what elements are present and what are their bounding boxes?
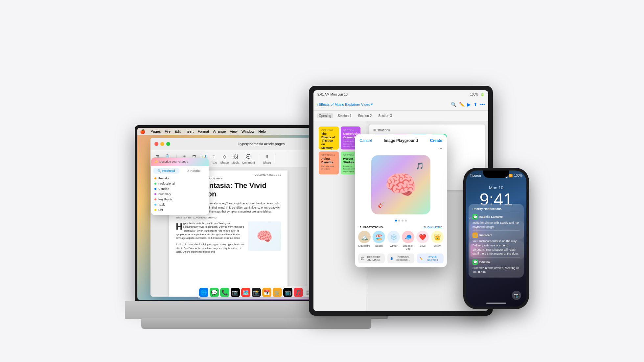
slide-card-opening[interactable]: Opening The Effects of 🎵Music on Memory … <box>319 126 339 149</box>
section-tab-2[interactable]: Section 2 <box>356 113 374 118</box>
rewrite-icon: ↺ <box>187 169 189 172</box>
toolbar-shape[interactable]: ◇ Shape <box>220 153 229 164</box>
menu-file[interactable]: File <box>165 129 171 133</box>
dot-list <box>154 209 156 211</box>
doc-illustration: 🧠 <box>248 221 281 251</box>
section-tab-opening[interactable]: Opening <box>317 113 333 118</box>
comment-label: Comment <box>242 161 255 164</box>
priority-notifications-card: Priority Notifications 💬 Isabella Lamarr… <box>469 204 524 278</box>
dock-photos[interactable]: 📷 <box>231 288 240 297</box>
dot-3 <box>402 220 403 222</box>
suggestion-baseball-cap[interactable]: 🧢 Baseball Cap <box>402 231 414 250</box>
menu-window[interactable]: Window <box>242 129 254 133</box>
section-tab-1[interactable]: Section 1 <box>336 113 354 118</box>
camera-icon: 📷 <box>512 291 521 300</box>
menu-pages[interactable]: Pages <box>150 129 161 133</box>
describe-image-btn[interactable]: 💬 DESCRIBE AN IMAGE <box>358 254 385 263</box>
dock-facetime[interactable]: 📞 <box>220 288 229 297</box>
option-label-professional: Professional <box>158 182 175 185</box>
menu-insert[interactable]: Insert <box>185 129 194 133</box>
modal-create-button[interactable]: Create <box>430 138 442 143</box>
minimize-button[interactable] <box>160 142 164 146</box>
instacart-icon: 🛒 <box>472 233 478 238</box>
ipad-status-time: 9:41 AM Mon Jun 10 <box>317 93 348 96</box>
traffic-lights <box>154 142 170 146</box>
suggestion-winter[interactable]: ❄️ Winter <box>387 231 400 250</box>
ai-option-list[interactable]: List <box>154 207 205 213</box>
menu-edit[interactable]: Edit <box>174 129 181 133</box>
suggestion-love[interactable]: ❤️ Love <box>416 231 429 250</box>
person-btn[interactable]: 👤 PERSON CHOOSE... <box>387 254 414 263</box>
priority-label: Priority Notifications <box>472 207 502 211</box>
sparkle-icon: ✨ <box>154 160 158 163</box>
iphone-body: Tiburon ▐▐▐ 🛜 100% Mon 10 9:41 <box>463 168 529 309</box>
menu-arrange[interactable]: Arrange <box>213 129 226 133</box>
dock-maps[interactable]: 🗺️ <box>241 288 250 297</box>
option-label-list: List <box>158 208 163 212</box>
ipad-app-bar: ‹ Effects of Music Explainer Video ▾ 🔍 ✏… <box>313 98 488 111</box>
doc-body2: yperphantasia is the condition of having… <box>176 222 244 239</box>
menubar-left: 🍎 Pages File Edit Insert Format Arrange … <box>140 129 266 134</box>
maximize-button[interactable] <box>166 142 170 146</box>
ai-option-friendly[interactable]: Friendly <box>154 176 205 181</box>
home-indicator <box>486 303 506 304</box>
menu-help[interactable]: Help <box>258 129 266 133</box>
ai-option-table[interactable]: Table <box>154 202 205 207</box>
iphone-screen: Tiburon ▐▐▐ 🛜 100% Mon 10 9:41 <box>466 170 526 306</box>
ipad-status-right: 100% 🔋 <box>470 93 484 96</box>
tab-proofread[interactable]: 🔍 Proofread <box>153 168 179 174</box>
mountains-icon: 🏔️ <box>358 231 371 243</box>
image-gen-modal: Cancel Image Playground Create ··· 🧠 🎵 <box>355 134 447 267</box>
dock-instacart[interactable]: 🛒 <box>273 288 282 297</box>
menu-view[interactable]: View <box>230 129 238 133</box>
show-more-button[interactable]: SHOW MORE <box>424 226 443 229</box>
dock-calendar[interactable]: 📅 <box>262 288 271 297</box>
dot-table <box>154 204 156 206</box>
slide-card-section4[interactable]: Section 4 Aging Benefits Can help older … <box>319 151 339 174</box>
dock-messages[interactable]: 💬 <box>210 288 219 297</box>
share-icon[interactable]: ⬆ <box>473 102 477 107</box>
proofread-label: Proofread <box>162 169 175 172</box>
ai-options: Friendly Professional Concise <box>151 174 209 215</box>
iphone-battery: 100% <box>514 174 522 177</box>
ai-option-summary[interactable]: Summary <box>154 192 205 197</box>
camera-button[interactable]: 📷 <box>512 291 521 300</box>
tab-rewrite[interactable]: ↺ Rewrite <box>181 168 207 174</box>
toolbar-text[interactable]: T Text <box>210 153 218 164</box>
edit-icon[interactable]: ✏️ <box>459 102 465 107</box>
ai-option-keypoints[interactable]: Key Points <box>154 197 205 202</box>
notif-3-sender: Edwina <box>479 260 490 264</box>
main-slide-header: Illustrations <box>373 128 481 132</box>
more-icon[interactable]: ••• <box>480 102 485 107</box>
dock-camera[interactable]: 📸 <box>252 288 261 297</box>
suggestion-crown[interactable]: 👑 Crown <box>431 231 444 250</box>
style-btn[interactable]: ✏️ STYLE SKETCH <box>417 254 444 263</box>
ipad-battery: 100% <box>470 93 478 96</box>
messages-icon-3: 💬 <box>472 260 478 265</box>
notif-3-message: Summer interns arrived. Meeting at 10:30… <box>472 266 520 274</box>
search-icon[interactable]: 🔍 <box>451 102 456 107</box>
dock-music[interactable]: 🎵 <box>294 288 303 297</box>
menu-format[interactable]: Format <box>197 129 209 133</box>
dock-appletv[interactable]: 📺 <box>283 288 292 297</box>
section-tab-3[interactable]: Section 3 <box>376 113 394 118</box>
dock-finder[interactable]: 🌐 <box>199 288 208 297</box>
modal-more-options[interactable]: ··· <box>355 146 447 152</box>
notif-3-header: 💬 Edwina <box>472 260 520 265</box>
toolbar-media[interactable]: 🖼 Media <box>231 153 240 164</box>
close-button[interactable] <box>154 142 158 146</box>
ipad-toolbar-icons: 🔍 ✏️ ▶ ⬆ ••• <box>451 102 485 107</box>
toolbar-comment[interactable]: 💬 Comment <box>242 153 255 164</box>
slide-section-label-2: Section 4 <box>321 154 336 156</box>
ai-option-concise[interactable]: Concise <box>154 186 205 192</box>
play-icon[interactable]: ▶ <box>467 102 471 107</box>
shape-label: Shape <box>220 161 229 164</box>
suggestion-mountains[interactable]: 🏔️ Mountains <box>358 231 371 250</box>
suggestion-beach[interactable]: 🏖️ Beach <box>373 231 385 250</box>
toolbar-share[interactable]: ⬆ Share <box>263 153 271 164</box>
toolbar-divider-3 <box>275 154 275 164</box>
mountains-label: Mountains <box>358 244 371 247</box>
ai-option-professional[interactable]: Professional <box>154 181 205 186</box>
modal-cancel-button[interactable]: Cancel <box>359 138 372 143</box>
ipad-back-button[interactable]: ‹ Effects of Music Explainer Video ▾ <box>317 102 373 106</box>
